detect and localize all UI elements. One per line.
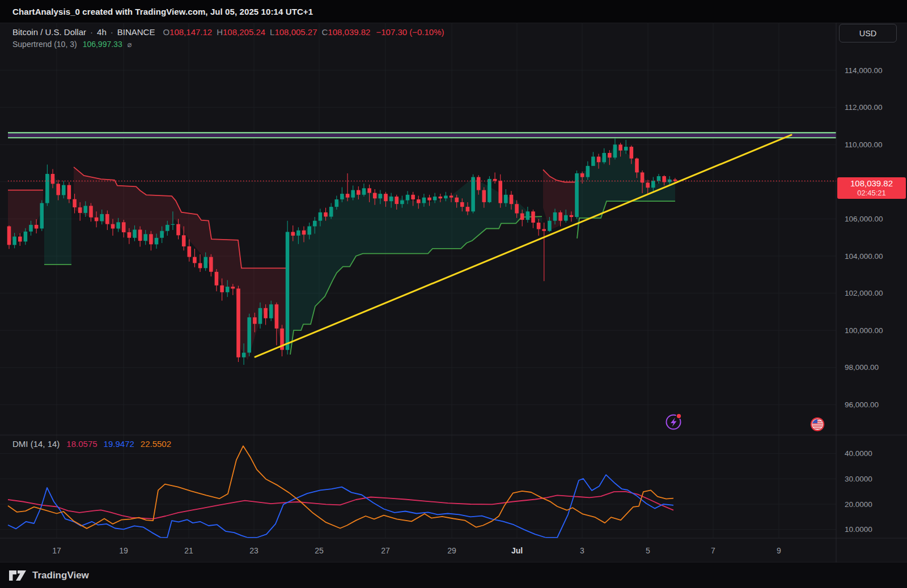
us-flag-event-icon[interactable] <box>811 418 824 431</box>
candle-body <box>537 223 541 229</box>
candle-body <box>45 174 49 203</box>
time-axis-label: 25 <box>315 546 324 555</box>
candle-body <box>548 221 552 231</box>
resistance-zone-layer <box>8 133 836 138</box>
candle-body <box>580 173 584 177</box>
candle-body <box>149 234 153 244</box>
candle-body <box>570 215 574 217</box>
candle-body <box>78 207 82 213</box>
candle-body <box>520 214 524 220</box>
candle-body <box>307 227 311 235</box>
candle-body <box>455 198 459 202</box>
tradingview-wordmark[interactable]: TradingView <box>32 570 89 581</box>
separator: · <box>111 27 113 37</box>
time-axis-label: 7 <box>711 546 715 555</box>
candle-body <box>236 288 240 357</box>
candle-body <box>171 224 175 225</box>
candle-body <box>400 201 404 204</box>
candle-body <box>558 212 562 221</box>
ohlc-values: O108,147.12 H108,205.24 L108,005.27 C108… <box>163 27 444 37</box>
candle-body <box>553 212 557 221</box>
indicator-legend-dmi[interactable]: DMI (14, 14) 18.0575 19.9472 22.5502 <box>12 438 177 449</box>
candle-body <box>433 197 437 201</box>
candle-body <box>67 185 71 199</box>
candle-body <box>630 147 634 159</box>
price-axis-label: 114,000.00 <box>845 66 883 75</box>
time-axis-label: 27 <box>381 546 390 555</box>
candle-body <box>73 199 77 207</box>
candle-body <box>450 195 454 197</box>
candle-body <box>427 198 431 201</box>
candle-body <box>657 176 661 181</box>
candle-body <box>340 194 344 199</box>
open-key: O <box>163 27 169 37</box>
candle-body <box>105 214 109 224</box>
candle-body <box>220 286 224 292</box>
candle-body <box>411 195 415 199</box>
bar-countdown: 02:45:21 <box>857 189 886 198</box>
candle-body <box>635 159 639 173</box>
candle-body <box>586 166 590 177</box>
candle-body <box>51 174 55 184</box>
candle-body <box>160 231 164 238</box>
resistance-zone-fill <box>8 133 836 137</box>
candle-body <box>286 232 290 350</box>
candle-body <box>296 231 300 236</box>
candle-body <box>466 207 470 211</box>
candle-body <box>329 207 333 216</box>
interval-label[interactable]: 4h <box>97 27 107 37</box>
candle-body <box>488 179 491 202</box>
candle-body <box>646 182 650 188</box>
time-axis-label: 9 <box>777 546 781 555</box>
close-key: C <box>322 27 328 37</box>
candle-body <box>417 199 421 203</box>
candle-body <box>373 193 377 199</box>
symbol-name[interactable]: Bitcoin / U.S. Dollar <box>12 27 86 37</box>
candle-body <box>89 206 93 217</box>
candle-body <box>176 224 180 236</box>
price-axis-label: 106,000.00 <box>845 215 883 223</box>
candle-body <box>215 272 219 286</box>
candle-body <box>477 177 481 190</box>
candle-body <box>510 195 514 204</box>
indicator-value: 106,997.33 <box>83 40 122 49</box>
symbol-legend[interactable]: Bitcoin / U.S. Dollar · 4h · BINANCE O10… <box>12 26 444 37</box>
low-value: 108,005.27 <box>274 27 317 37</box>
candle-body <box>542 229 546 231</box>
candle-body <box>346 194 350 198</box>
chart-canvas[interactable]: 114,000.00112,000.00110,000.00106,000.00… <box>0 0 907 588</box>
close-value: 108,039.82 <box>328 27 370 37</box>
dmi-label[interactable]: DMI (14, 14) <box>12 439 60 449</box>
candle-body <box>526 211 530 220</box>
candle-body <box>242 353 246 357</box>
price-axis-label: 102,000.00 <box>845 289 883 297</box>
candle-body <box>389 197 393 201</box>
tradingview-logo-icon[interactable] <box>8 568 27 583</box>
dmi-minus-di-value: 22.5502 <box>141 439 171 449</box>
candle-body <box>100 214 104 221</box>
candle-body <box>302 231 306 235</box>
candle-body <box>362 188 366 195</box>
candle-body <box>651 181 655 188</box>
candle-body <box>253 317 257 324</box>
time-axis-label: 19 <box>119 546 128 555</box>
dmi-axis-label: 40.0000 <box>845 449 872 458</box>
candle-body <box>439 197 443 198</box>
candle-body <box>313 221 317 227</box>
candle-body <box>18 237 22 242</box>
currency-toggle-button[interactable]: USD <box>839 24 897 42</box>
indicator-legend-supertrend[interactable]: Supertrend (10, 3) 106,997.33 ⌀ <box>12 39 132 49</box>
candle-body <box>597 157 601 163</box>
time-axis-label: 3 <box>580 546 584 555</box>
candle-body <box>668 180 672 182</box>
candle-body <box>613 144 617 157</box>
dmi-plus-di-value: 19.9472 <box>104 439 134 449</box>
dmi-axis-label: 20.0000 <box>845 500 872 509</box>
candle-body <box>122 222 126 232</box>
indicator-status-icon[interactable]: ⌀ <box>128 40 132 49</box>
chart-background <box>0 23 907 563</box>
candle-body <box>12 237 16 245</box>
candle-body <box>564 215 568 221</box>
candle-body <box>324 212 328 217</box>
indicator-label[interactable]: Supertrend (10, 3) <box>12 40 77 49</box>
